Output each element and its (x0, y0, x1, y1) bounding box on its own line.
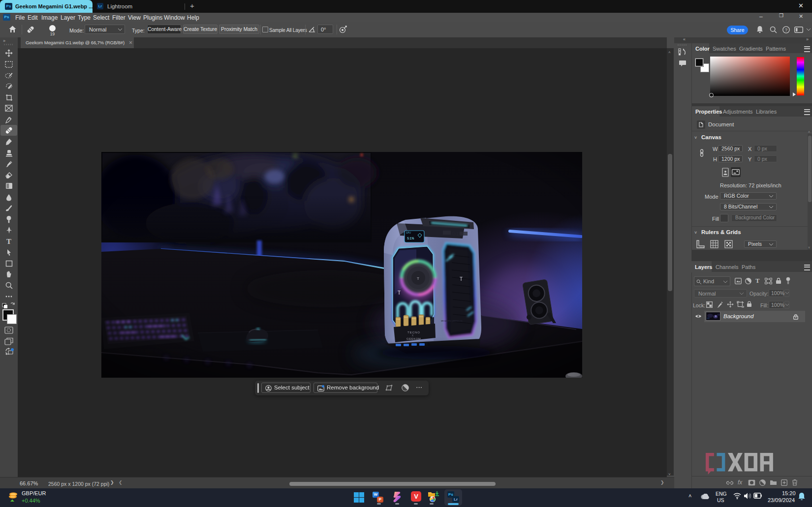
svg-text:T: T (6, 238, 11, 245)
svg-text:?: ? (785, 28, 787, 32)
